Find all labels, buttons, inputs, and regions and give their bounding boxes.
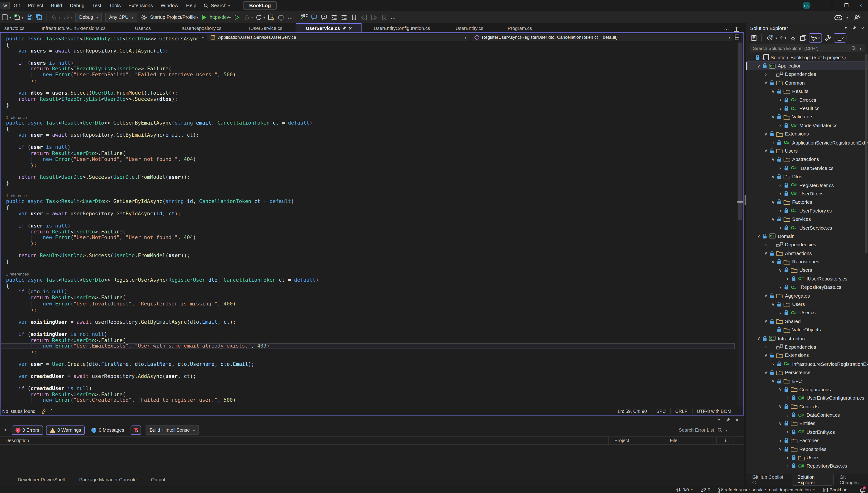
tree-item-persistence[interactable]: ∨Persistence	[746, 368, 868, 377]
menu-item-debug[interactable]: Debug	[66, 2, 88, 9]
error-list-dropdown[interactable]: ▾	[2, 428, 8, 432]
menu-item-build[interactable]: Build	[47, 2, 66, 9]
code-line[interactable]: public async Task<Result<UserDto>> GetUs…	[0, 199, 735, 205]
feedback-icon[interactable]	[853, 13, 862, 22]
tree-expander[interactable]: ›	[763, 344, 769, 350]
redo-icon[interactable]	[62, 13, 71, 22]
toolbar-overflow[interactable]: …	[288, 15, 293, 20]
properties-icon[interactable]	[799, 34, 807, 42]
tree-item-result-cs[interactable]: ›C#Result.cs	[746, 104, 868, 113]
pending-changes-filter-icon[interactable]	[765, 34, 774, 42]
scope-to-this-button[interactable]: ▾	[809, 33, 822, 43]
tree-item-users[interactable]: ∨Users	[746, 147, 868, 155]
tree-item-infrastructureserviceregistrationextensions-cs[interactable]: ›C#InfrastructureServiceRegistrationExte…	[746, 360, 868, 368]
code-line[interactable]: return Result<UserDto>.Failure(	[0, 150, 735, 156]
tree-item-irepositorybase-cs[interactable]: ›C#IRepositoryBase.cs	[746, 283, 868, 292]
code-line[interactable]: );	[0, 349, 735, 356]
code-line[interactable]	[0, 265, 735, 271]
code-line[interactable]: new Error("User.InvalidInput", "Register…	[0, 301, 735, 307]
tree-item-extensions[interactable]: ∨Extensions	[746, 130, 868, 138]
code-line[interactable]: new Error("User.FetchFailed", "Failed to…	[0, 72, 735, 78]
refresh-icon[interactable]	[254, 13, 263, 22]
code-content[interactable]: public async Task<Result<IReadOnlyList<U…	[0, 36, 735, 403]
tree-expander[interactable]: ›	[777, 437, 783, 444]
tree-expander[interactable]: ›	[777, 224, 783, 231]
tree-expander[interactable]: ∨	[763, 131, 769, 136]
tree-expander[interactable]: ∨	[770, 200, 776, 205]
tree-item-users[interactable]: ∨Users	[746, 300, 868, 308]
tree-item-contexts[interactable]: ∨Contexts	[746, 402, 868, 411]
minimize-button[interactable]: –	[825, 0, 839, 10]
wrench-icon[interactable]	[824, 34, 832, 42]
code-line[interactable]: }	[0, 102, 735, 108]
next-bookmark-icon[interactable]	[370, 13, 379, 22]
tab-infrastructure-nextensions-cs[interactable]: Infrastructure...nExtensions.cs	[29, 24, 119, 32]
code-line[interactable]: var dtos = users.Select(UserDto.FromMode…	[0, 90, 735, 96]
tab-userservice-cs[interactable]: UserService.cs×	[296, 23, 362, 32]
code-line[interactable]: if (users is null)	[0, 60, 735, 66]
code-line[interactable]: {	[0, 205, 735, 211]
solution-explorer-search[interactable]: Search Solution Explorer (Ctrl+") ▾	[749, 44, 865, 52]
find-in-files-icon[interactable]	[267, 13, 276, 22]
tree-item-userfactory-cs[interactable]: ›C#UserFactory.cs	[746, 206, 868, 215]
tree-item-validators[interactable]: ∨Validators	[746, 113, 868, 121]
solution-name-badge[interactable]: BookLog	[243, 1, 277, 10]
code-cleanup-icon[interactable]	[41, 408, 46, 414]
code-line[interactable]: var user = await userRepository.GetByEma…	[0, 132, 735, 138]
code-line[interactable]	[0, 187, 735, 193]
member-dropdown[interactable]: RegisterUserAsync(RegisterUser dto, Canc…	[471, 34, 734, 41]
warnings-toggle[interactable]: 0 Warnings	[46, 425, 85, 435]
comment-icon[interactable]	[310, 13, 319, 22]
project-dropdown[interactable]: ▾	[202, 36, 204, 39]
tree-item-solution-booklog-5-of-5-projects-[interactable]: ∞Solution 'BookLog' (5 of 5 projects)	[746, 53, 868, 62]
tree-expander[interactable]: ›	[785, 276, 791, 282]
tree-expander[interactable]: ›	[785, 454, 791, 461]
live-share-icon[interactable]	[277, 13, 285, 22]
tree-expander[interactable]: ∨	[777, 447, 783, 452]
tree-item-iuserservice-cs[interactable]: ›C#IUserService.cs	[746, 164, 868, 172]
code-line[interactable]: return Result<UserDto>.Failure(	[0, 337, 735, 343]
tree-expander[interactable]: ∨	[756, 336, 762, 341]
tree-expander[interactable]: ›	[785, 412, 791, 418]
tree-item-registeruser-cs[interactable]: ›C#RegisterUser.cs	[746, 181, 868, 190]
tab-user-cs[interactable]: User.cs	[119, 24, 167, 32]
code-line[interactable]: 1 reference	[0, 193, 735, 198]
code-line[interactable]: if (user is null)	[0, 223, 735, 229]
run-profile-label[interactable]: https-dev	[210, 15, 229, 20]
tree-expander[interactable]: ∨	[770, 114, 776, 120]
add-item-icon[interactable]	[13, 13, 22, 22]
chevron-down-icon[interactable]: ▾	[59, 15, 60, 19]
repository-status[interactable]: BookLog⌃	[823, 488, 852, 493]
save-all-icon[interactable]	[35, 13, 44, 22]
code-line[interactable]: }	[0, 259, 735, 265]
tree-expander[interactable]: ›	[777, 106, 783, 112]
configuration-dropdown[interactable]: Debug▾	[76, 13, 102, 22]
code-line[interactable]: return Result<UserDto>.Failure(	[0, 229, 735, 235]
code-line[interactable]: if (dto is null)	[0, 289, 735, 295]
panel-tab-git-changes[interactable]: Git Changes	[835, 474, 867, 486]
code-line[interactable]: return Result<IReadOnlyList<UserDto>>.Su…	[0, 96, 735, 102]
chevron-down-icon[interactable]: ▾	[196, 15, 198, 19]
code-line[interactable]: if (user is null)	[0, 145, 735, 150]
tree-expander[interactable]: ›	[777, 310, 783, 316]
tree-expander[interactable]: ∨	[777, 404, 783, 409]
menu-item-test[interactable]: Test	[88, 2, 105, 9]
tree-item-modelvalidator-cs[interactable]: ›C#ModelValidator.cs	[746, 121, 868, 130]
tree-item-userservice-cs[interactable]: ›C#UserService.cs	[746, 223, 868, 232]
tree-expander[interactable]: ∨	[777, 421, 783, 426]
code-line[interactable]	[0, 367, 735, 373]
tree-item-services[interactable]: ∨Services	[746, 215, 868, 223]
tree-expander[interactable]: ∨	[763, 80, 769, 85]
increase-indent-icon[interactable]	[340, 13, 348, 22]
code-line[interactable]	[0, 54, 735, 60]
code-line[interactable]	[0, 356, 735, 361]
platform-dropdown[interactable]: Any CPU▾	[105, 13, 137, 22]
code-line[interactable]	[0, 84, 735, 90]
tab-serdto-cs[interactable]: serDto.cs	[0, 24, 29, 32]
tool-tab-package-manager-console[interactable]: Package Manager Console	[79, 477, 136, 483]
tree-expander[interactable]: ∨	[763, 251, 769, 256]
code-line[interactable]: );	[0, 163, 735, 169]
tree-expander[interactable]: ∨	[763, 353, 769, 358]
code-line[interactable]: new Error("User.NotFound", "User not fou…	[0, 235, 735, 241]
tree-item-results[interactable]: ∨Results	[746, 87, 868, 96]
